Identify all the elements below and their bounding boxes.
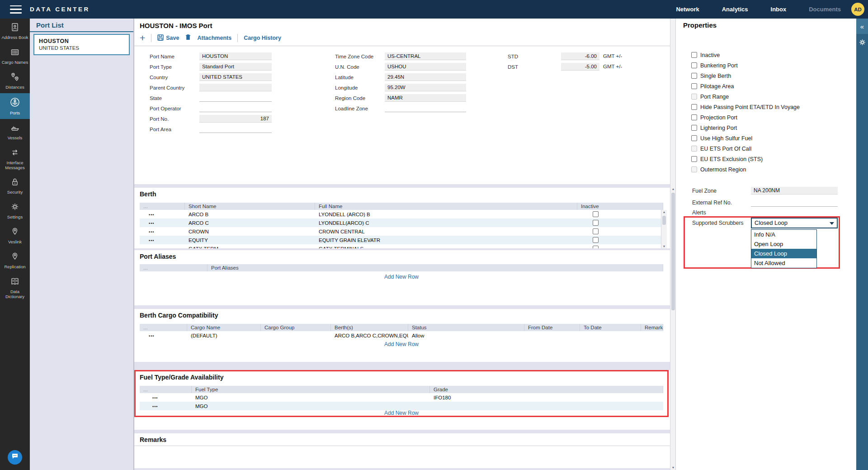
fuel-zone-field[interactable]: NA 200NM [751,187,838,195]
time-zone-code-field[interactable]: US-CENTRAL [385,52,466,60]
nav-item-analytics[interactable]: Analytics [722,6,748,13]
external-ref-field[interactable] [751,199,838,207]
berth-row[interactable]: ••• ARCO C LYONDELL(ARCO) C [140,218,663,227]
loadline-zone-field[interactable] [385,104,466,112]
attachments-button[interactable]: Attachments [197,35,231,41]
fuel-row[interactable]: ••• MGO IFO180 [140,393,663,402]
cargo-history-button[interactable]: Cargo History [244,35,281,41]
berth-table-scrollbar[interactable]: ▲ ▼ [661,210,667,248]
add-new-row-link[interactable]: Add New Row [140,410,663,416]
gear-icon [10,202,20,214]
port-area-field[interactable] [199,125,272,133]
remarks-textarea[interactable] [134,446,670,468]
nav-item-network[interactable]: Network [676,6,699,13]
port-no-field[interactable]: 187 [199,115,272,123]
row-menu-icon[interactable]: ••• [149,221,154,226]
row-menu-icon[interactable]: ••• [149,230,154,234]
port-operator-field[interactable] [199,104,272,112]
nav-item-inbox[interactable]: Inbox [771,6,787,13]
collapse-panel-button[interactable]: « [856,19,868,34]
row-menu-icon[interactable]: ••• [149,247,154,249]
berth-row[interactable]: ••• GATX TERM GATX TERMINALS [140,244,663,248]
berth-row[interactable]: ••• ARCO B LYONDELL (ARCO) B [140,210,663,218]
field-label: Latitude [335,73,354,81]
sidebar-item-interface-messages[interactable]: Interface Messages [0,144,30,174]
save-button[interactable]: Save [157,34,179,42]
bunkering-port-checkbox[interactable] [691,62,697,68]
scroll-up-icon[interactable]: ▲ [661,210,667,214]
country-field[interactable]: UNITED STATES [199,73,272,81]
berth-cargo-row[interactable]: ••• (DEFAULT) ARCO B,ARCO C,CROWN,EQUIT … [140,331,663,340]
properties-panel: Properties Inactive Bunkering Port Singl… [675,19,856,470]
port-aliases-table-header: ... Port Aliases [140,264,663,271]
use-high-sulfur-fuel-checkbox[interactable] [691,135,697,141]
dropdown-option-not-allowed[interactable]: Not Allowed [751,258,816,268]
inactive-checkbox[interactable] [593,211,599,217]
port-list-item-houston[interactable]: HOUSTON UNITED STATES [33,34,130,55]
inactive-checkbox[interactable] [593,220,599,226]
main-scrollbar[interactable]: ▲ ▼ [670,19,675,470]
checkbox-row-outermost-region: Outermost Region [691,164,746,175]
supported-scrubbers-select[interactable]: Closed Loop [751,218,838,228]
sidebar-item-address-book[interactable]: Address Book [0,19,30,43]
add-new-row-link[interactable]: Add New Row [140,341,663,347]
inactive-checkbox[interactable] [593,237,599,243]
chat-button[interactable] [8,450,22,465]
fuel-row[interactable]: ••• MGO [140,402,663,410]
sidebar-item-ports[interactable]: Ports [0,93,30,119]
sidebar-item-distances[interactable]: Distances [0,68,30,93]
longitude-field[interactable]: 95.20W [385,84,466,91]
berth-cargo-table-header: ... Cargo Name Cargo Group Berth(s) Stat… [140,324,663,331]
dropdown-option-info-na[interactable]: Info N/A [751,230,816,239]
supported-scrubbers-dropdown: Info N/A Open Loop Closed Loop Not Allow… [751,229,817,268]
pilotage-area-checkbox[interactable] [691,83,697,89]
un-code-field[interactable]: USHOU [385,63,466,71]
new-record-button[interactable]: + [140,33,145,43]
row-menu-icon[interactable]: ••• [149,334,154,338]
parent-country-field[interactable] [199,84,272,91]
hide-passing-point-checkbox[interactable] [691,104,697,110]
save-floppy-icon [157,34,164,42]
dropdown-option-open-loop[interactable]: Open Loop [751,239,816,249]
dropdown-option-closed-loop[interactable]: Closed Loop [751,249,816,258]
inactive-checkbox[interactable] [593,228,599,234]
add-new-row-link[interactable]: Add New Row [140,274,663,280]
row-menu-icon[interactable]: ••• [152,396,158,400]
dst-offset-field[interactable]: -5.00 [561,63,599,71]
eu-ets-exclusion-checkbox[interactable] [691,156,697,162]
port-type-field[interactable]: Standard Port [199,63,272,71]
sidebar-item-veslink[interactable]: Veslink [0,223,30,248]
single-berth-checkbox[interactable] [691,73,697,79]
row-menu-icon[interactable]: ••• [152,404,158,409]
nav-item-documents: Documents [809,6,841,13]
cargo-container-icon [10,47,20,59]
sidebar-item-settings[interactable]: Settings [0,198,30,223]
sidebar-item-cargo-names[interactable]: Cargo Names [0,43,30,68]
projection-port-checkbox[interactable] [691,114,697,120]
lightering-port-checkbox[interactable] [691,125,697,131]
delete-trash-button[interactable] [185,34,191,43]
checkbox-row-projection-port: Projection Port [691,112,737,123]
rail-settings-button[interactable] [856,34,868,52]
inactive-checkbox[interactable] [593,246,599,248]
sidebar-item-vessels[interactable]: Vessels [0,119,30,144]
sidebar-item-data-dictionary[interactable]: Data Dictionary [0,273,30,303]
row-menu-icon[interactable]: ••• [149,238,154,243]
berth-row[interactable]: ••• CROWN CROWN CENTRAL [140,227,663,236]
sidebar-item-replication[interactable]: Replication [0,248,30,273]
port-name-field[interactable]: HOUSTON [199,52,272,60]
user-avatar[interactable]: AD [851,3,864,16]
berth-row[interactable]: ••• EQUITY EQUITY GRAIN ELEVATR [140,236,663,244]
fuel-zone-label: Fuel Zone [692,187,717,195]
latitude-field[interactable]: 29.45N [385,73,466,81]
hamburger-menu-icon[interactable] [10,5,22,14]
state-field[interactable] [199,94,272,102]
region-code-field[interactable]: NAMR [385,94,466,102]
scroll-down-icon[interactable]: ▼ [661,245,667,248]
checkbox-row-lightering-port: Lightering Port [691,123,737,133]
row-menu-icon[interactable]: ••• [149,213,154,217]
sidebar-item-security[interactable]: Security [0,173,30,198]
top-navbar: DATA CENTER Network Analytics Inbox Docu… [0,0,868,19]
inactive-checkbox[interactable] [691,52,697,58]
std-offset-field[interactable]: -6.00 [561,52,599,60]
